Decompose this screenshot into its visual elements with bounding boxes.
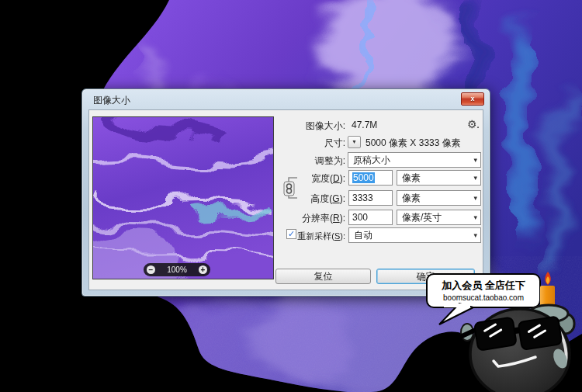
chevron-down-icon: ▾ bbox=[473, 171, 477, 185]
image-size-dialog: 图像大小 x − 100% + bbox=[81, 88, 490, 297]
dimensions-label: 尺寸: bbox=[244, 137, 345, 150]
dimensions-unit-button[interactable]: ▾ bbox=[348, 136, 361, 148]
resolution-label: 分辨率(R): bbox=[244, 212, 345, 225]
close-icon: x bbox=[470, 95, 474, 102]
speech-bubble-tail-joint bbox=[444, 304, 470, 307]
plus-icon: + bbox=[201, 265, 206, 274]
height-input[interactable]: 3333 bbox=[348, 190, 393, 206]
close-button[interactable]: x bbox=[461, 92, 484, 106]
reset-button[interactable]: 复位 bbox=[275, 269, 371, 284]
zoom-in-button[interactable]: + bbox=[199, 265, 207, 274]
preview-zoom-control: − 100% + bbox=[144, 263, 210, 276]
zoom-out-button[interactable]: − bbox=[147, 265, 155, 274]
fit-to-dropdown[interactable]: 原稿大小 ▾ bbox=[348, 152, 481, 168]
bomb-mascot[interactable] bbox=[450, 270, 582, 392]
dialog-titlebar[interactable]: 图像大小 x bbox=[82, 89, 490, 109]
resolution-unit-dropdown[interactable]: 像素/英寸 ▾ bbox=[397, 210, 481, 225]
chevron-down-icon: ▾ bbox=[473, 210, 477, 224]
fit-to-label: 调整为: bbox=[244, 154, 345, 168]
chevron-down-icon: ▾ bbox=[473, 153, 477, 167]
gear-menu-dot: . bbox=[477, 120, 480, 130]
minus-icon: − bbox=[149, 265, 154, 274]
chevron-down-icon: ▾ bbox=[473, 191, 477, 205]
chevron-down-icon: ▾ bbox=[352, 138, 355, 145]
width-input[interactable]: 5000 bbox=[348, 170, 393, 186]
dimensions-value: 5000 像素 X 3333 像素 bbox=[365, 137, 461, 150]
height-label: 高度(G): bbox=[244, 193, 345, 206]
resample-label: 重新采样(S): bbox=[285, 231, 345, 242]
height-unit-dropdown[interactable]: 像素 ▾ bbox=[397, 190, 481, 206]
width-label: 宽度(D): bbox=[244, 172, 345, 186]
screenshot-root: { "window": { "title": "图像大小" }, "dialog… bbox=[0, 0, 582, 392]
chevron-down-icon: ▾ bbox=[473, 228, 477, 242]
image-size-label: 图像大小: bbox=[244, 120, 345, 133]
dialog-title: 图像大小 bbox=[93, 94, 130, 107]
width-unit-dropdown[interactable]: 像素 ▾ bbox=[397, 170, 481, 186]
resample-dropdown[interactable]: 自动 ▾ bbox=[348, 227, 481, 243]
gear-icon[interactable]: ⚙. bbox=[467, 118, 480, 130]
dialog-content: − 100% + 图像大小: 47.7M ⚙. 尺寸: ▾ 5000 像素 X … bbox=[88, 109, 483, 290]
resolution-input[interactable]: 300 bbox=[348, 210, 393, 225]
zoom-level: 100% bbox=[167, 265, 187, 274]
image-size-value: 47.7M bbox=[352, 120, 377, 130]
